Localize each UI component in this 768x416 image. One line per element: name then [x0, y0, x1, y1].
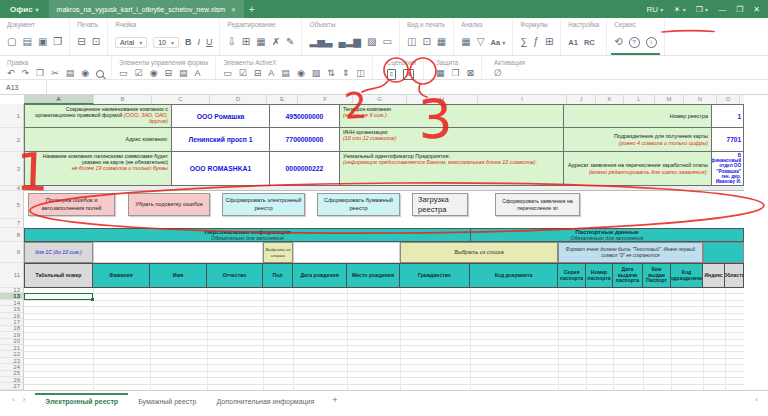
empty-cell[interactable]	[93, 242, 263, 263]
row-header-27[interactable]: 27	[0, 383, 23, 389]
ax-checkbox-icon[interactable]: ☑	[239, 69, 247, 78]
ax-radio-icon[interactable]: ◉	[297, 69, 305, 78]
citizenship-pick-hint[interactable]: Выбрать из списка	[400, 242, 558, 263]
protect-workbook-icon[interactable]: ❐	[451, 69, 459, 78]
inn-label[interactable]: ИНН организации(10 или 12 символов):	[340, 128, 564, 152]
lock-icon[interactable]: ⊠	[467, 69, 475, 78]
autosum-icon[interactable]: ∑	[520, 37, 527, 47]
sheet-tab-2[interactable]: Бумажный реестр	[128, 393, 206, 409]
column-header-A[interactable]: A	[24, 95, 94, 104]
activation-icon[interactable]: ∅	[494, 69, 502, 78]
chart-icon[interactable]: ▂▅▃	[309, 37, 332, 47]
empty-cell[interactable]	[293, 242, 400, 263]
pivot-table-icon[interactable]: ▦	[461, 37, 470, 47]
enterprise-id-label[interactable]: Уникальный идентификатор Предприятия:(ин…	[340, 152, 564, 186]
a1-reference-button[interactable]: A1	[568, 38, 578, 47]
format-painter-icon[interactable]: ✎	[286, 37, 294, 47]
new-document-icon[interactable]: ▢	[7, 37, 16, 47]
card-division-label[interactable]: Подразделение для получения карты(ровно …	[564, 128, 712, 152]
close-button[interactable]: ✕	[753, 5, 760, 14]
document-tab[interactable]: makros_na_vypusk_kart_i_otkrytie_schetov…	[49, 0, 244, 18]
registry-number-label[interactable]: Номер реестра	[564, 104, 712, 128]
insert-cells-icon[interactable]: ⊞	[242, 37, 250, 47]
column-header-I[interactable]: I	[478, 95, 567, 104]
salary-addressee-label[interactable]: Адресат заявления на перечисление зарабо…	[564, 152, 712, 186]
table-column-header[interactable]: Дата рождения	[293, 263, 347, 288]
sheet-tab-3[interactable]: Дополнительная информация	[206, 393, 324, 409]
next-sheet-button[interactable]: ›	[23, 395, 26, 404]
empty-teal-cell[interactable]	[703, 242, 744, 263]
undo-icon[interactable]: ↶	[7, 69, 15, 78]
macros-run-icon[interactable]: ≣	[403, 69, 414, 80]
row-header-11[interactable]: 11	[0, 263, 23, 288]
underline-button[interactable]: U	[206, 38, 213, 47]
form-label-icon[interactable]: A	[195, 69, 201, 78]
row-header-3[interactable]: 3	[0, 152, 23, 186]
personal-info-section-header[interactable]: Персональная информация Обязательно для …	[24, 228, 470, 242]
formula-input[interactable]	[47, 80, 768, 94]
save-icon[interactable]: ▣	[38, 37, 47, 47]
freeze-panes-icon[interactable]: ◫	[407, 37, 416, 47]
gender-pick-hint[interactable]: Выбрать из списка	[263, 242, 293, 263]
column-header-M[interactable]: M	[655, 95, 684, 104]
print-area-icon[interactable]: ⊡	[422, 37, 430, 47]
filter-icon[interactable]: ▽	[477, 37, 485, 47]
action-button-3[interactable]: Сформировать электронный реестр	[222, 193, 305, 216]
calculation-icon[interactable]: ⊞	[545, 37, 553, 47]
salary-addressee-value[interactable]: В финансовый отдел ОО "Ромашка" ген. дир…	[712, 152, 744, 186]
language-switcher[interactable]: RU ▾	[646, 5, 663, 14]
action-button-5[interactable]: Загрузка реестра	[412, 193, 468, 216]
theme-button[interactable]: ☀ ▾	[673, 5, 685, 14]
table-column-header[interactable]: Индекс	[703, 263, 725, 288]
company-name-label[interactable]: Сокращенное наименование компании с орга…	[24, 104, 172, 128]
print-icon[interactable]: ⊟	[77, 37, 85, 47]
text-format-note[interactable]: Формат ячеек должен быть "Текстовый". Ин…	[558, 242, 703, 263]
form-listbox-icon[interactable]: ▤	[179, 69, 188, 78]
cell-reference-box[interactable]: A13	[0, 80, 47, 94]
function-icon[interactable]: ƒ	[533, 37, 539, 47]
table-column-header[interactable]: Фамилия	[93, 263, 150, 288]
gridlines-icon[interactable]: ▦	[437, 37, 446, 47]
save-copy-icon[interactable]: ❐	[53, 37, 62, 47]
column-header-J[interactable]: J	[567, 95, 596, 104]
clear-style-icon[interactable]: ✗	[272, 37, 280, 47]
row-header-2[interactable]: 2	[0, 128, 23, 152]
ax-label-icon[interactable]: A	[268, 69, 274, 78]
row-header-1[interactable]: 1	[0, 104, 23, 128]
borders-icon[interactable]: ▦	[256, 37, 265, 47]
minimize-button[interactable]: —	[718, 5, 726, 14]
column-header-B[interactable]: B	[94, 95, 152, 104]
scroll-tabs-icon[interactable]: ‹	[755, 393, 768, 404]
font-name-select[interactable]: Arial▾	[115, 37, 147, 48]
ax-button-icon[interactable]: ▭	[223, 69, 232, 78]
print-preview-icon[interactable]: ⊡	[92, 37, 100, 47]
redo-icon[interactable]: ↷	[22, 69, 30, 78]
table-column-header[interactable]: Дата выдачи паспорта	[613, 263, 643, 288]
latin-name-value[interactable]: OOO ROMASHKA1	[172, 152, 270, 186]
search-icon[interactable]	[96, 70, 104, 78]
copy-icon[interactable]: ❐	[36, 69, 44, 78]
for-1c-hint[interactable]: для 1С (до 10 сим.)	[24, 242, 93, 263]
form-button-icon[interactable]: ▭	[119, 69, 128, 78]
form-radio-icon[interactable]: ◉	[150, 69, 158, 78]
add-sheet-button[interactable]: +	[324, 393, 345, 405]
action-button-1[interactable]: Проверка ошибок и автозаполнения полей	[28, 193, 115, 216]
new-tab-button[interactable]: +	[244, 4, 260, 15]
selected-cell-a13[interactable]	[24, 293, 93, 300]
column-header-N[interactable]: N	[684, 95, 717, 104]
paste-icon[interactable]: ▤	[66, 69, 75, 78]
restore-button[interactable]: ❐	[736, 5, 743, 14]
passport-section-header[interactable]: Паспортные данные Обязательно для заполн…	[470, 228, 744, 242]
table-column-header[interactable]: Кем выдан Паспорт	[643, 263, 671, 288]
company-phone-value[interactable]: 4950000000	[270, 104, 340, 128]
company-inn-value[interactable]: 7700000000	[270, 128, 340, 152]
column-header-H[interactable]: H	[407, 95, 478, 104]
table-column-header[interactable]: Гражданство	[400, 263, 470, 288]
column-header-E[interactable]: E	[267, 95, 298, 104]
card-division-value[interactable]: 7701	[712, 128, 744, 152]
row-header-8[interactable]: 8	[0, 228, 23, 242]
row-header-5[interactable]: 5	[0, 191, 23, 219]
registry-number-value[interactable]: 1	[712, 104, 744, 128]
table-column-header[interactable]: Серия паспорта	[558, 263, 586, 288]
open-file-icon[interactable]: ▤	[22, 37, 31, 47]
